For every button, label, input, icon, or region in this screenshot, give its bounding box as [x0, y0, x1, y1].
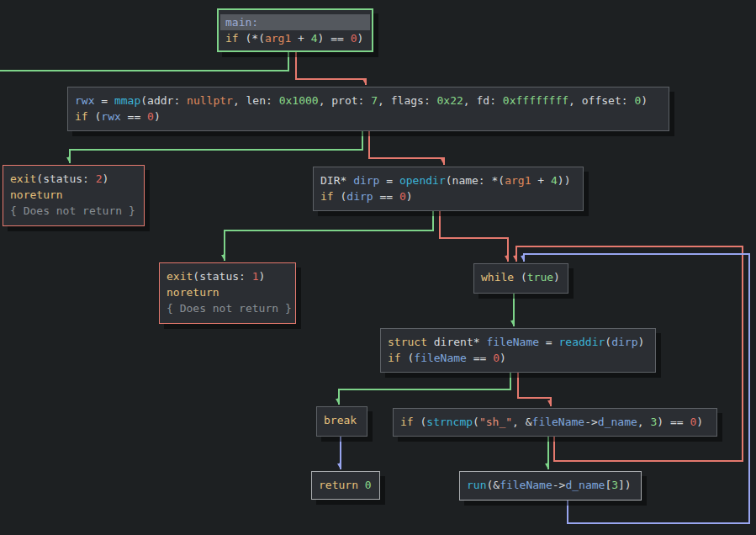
- token-cmt: { Does not return }: [10, 204, 135, 217]
- token-pun: (: [401, 352, 415, 364]
- token-pun: ) ==: [657, 416, 690, 428]
- selected-code-line[interactable]: main:: [220, 14, 370, 30]
- token-pun: ->: [584, 416, 598, 428]
- token-num: 4: [551, 174, 558, 187]
- token-pun: (status:: [36, 172, 95, 185]
- graph-node-strncmp[interactable]: if (strncmp("sh_", &fileName->d_name, 3)…: [393, 408, 717, 437]
- edge-readdir-false-to-strncmp: [518, 373, 551, 406]
- code-line[interactable]: struct dirent* fileName = readdir(dirp): [381, 334, 655, 350]
- code-line[interactable]: while (true): [474, 269, 568, 285]
- token-kw: struct: [388, 336, 427, 348]
- token-num: 4: [311, 32, 318, 45]
- token-var: fileName: [500, 479, 552, 491]
- token-pun: ): [103, 172, 109, 185]
- token-pun: ==: [121, 110, 147, 123]
- token-arg: nullptr: [187, 94, 233, 107]
- edge-opendir-false-to-while: [440, 211, 508, 262]
- token-zero: 0: [493, 352, 500, 364]
- token-zero: 0: [351, 32, 357, 45]
- token-pun: ): [553, 271, 560, 283]
- token-var: rwx: [101, 110, 120, 123]
- token-pun: (: [88, 110, 102, 123]
- graph-view[interactable]: main:if (*(arg1 + 4) == 0)rwx = mmap(add…: [0, 0, 756, 535]
- code-line[interactable]: rwx = mmap(addr: nullptr, len: 0x1000, p…: [68, 93, 669, 109]
- graph-node-exit-status-1[interactable]: exit(status: 1)noreturn{ Does not return…: [159, 262, 296, 324]
- token-kw: while: [481, 271, 514, 283]
- token-zero: 1: [252, 270, 259, 283]
- token-pun: , &: [512, 416, 531, 428]
- code-line[interactable]: return 0: [312, 477, 379, 493]
- token-fn: strncmp: [426, 416, 473, 428]
- token-pun: (addr:: [140, 94, 187, 107]
- token-num: true: [527, 271, 553, 283]
- graph-node-main[interactable]: main:if (*(arg1 + 4) == 0): [217, 8, 373, 52]
- token-kw: noreturn: [167, 286, 219, 299]
- graph-node-break[interactable]: break: [316, 406, 367, 437]
- token-pun: )): [558, 174, 571, 187]
- token-zero: 0: [147, 110, 154, 123]
- token-pun: dirent*: [427, 336, 486, 348]
- token-pun: (: [473, 416, 479, 428]
- token-pun: ): [259, 270, 266, 283]
- token-kw: noreturn: [10, 188, 63, 201]
- token-pun: (&: [486, 479, 500, 491]
- graph-node-opendir[interactable]: DIR* dirp = opendir(name: *(arg1 + 4))if…: [313, 167, 584, 211]
- code-line[interactable]: noreturn: [3, 187, 144, 203]
- token-pun: ==: [467, 352, 493, 364]
- token-num: 0: [365, 479, 372, 491]
- graph-node-run[interactable]: run(&fileName->d_name[3]): [459, 471, 642, 501]
- token-pun: ==: [373, 190, 399, 203]
- code-line[interactable]: noreturn: [160, 284, 295, 300]
- token-var: d_name: [565, 479, 605, 491]
- token-zero: 0: [399, 190, 406, 203]
- token-var: d_name: [598, 416, 637, 428]
- token-pun: (: [605, 336, 611, 348]
- token-var: dirp: [353, 174, 379, 187]
- token-zero: 2: [96, 172, 103, 185]
- token-arg: arg1: [505, 174, 531, 187]
- code-line[interactable]: if (*(arg1 + 4) == 0): [219, 30, 372, 46]
- token-num: 3: [611, 479, 618, 491]
- token-pun: ): [357, 32, 364, 45]
- edge-layer: [0, 0, 756, 535]
- token-pun: (status:: [193, 270, 251, 283]
- token-arg: arg1: [265, 32, 291, 45]
- token-pun: ): [637, 336, 644, 348]
- graph-node-readdir[interactable]: struct dirent* fileName = readdir(dirp)i…: [380, 328, 656, 373]
- graph-node-return-0[interactable]: return 0: [311, 471, 380, 500]
- token-kw: if: [320, 190, 334, 203]
- token-num: 7: [371, 94, 378, 107]
- token-pun: +: [291, 32, 310, 45]
- code-line[interactable]: exit(status: 2): [3, 171, 144, 187]
- code-line[interactable]: if (strncmp("sh_", &fileName->d_name, 3)…: [394, 414, 716, 430]
- edge-main-false-to-mmap: [296, 52, 366, 85]
- token-str: "sh_": [479, 416, 512, 428]
- code-line[interactable]: if (dirp == 0): [314, 188, 583, 204]
- token-var: rwx: [75, 94, 94, 107]
- token-pun: ]): [618, 479, 632, 491]
- code-line[interactable]: run(&fileName->d_name[3]): [460, 477, 641, 493]
- code-line[interactable]: break: [317, 412, 367, 428]
- graph-node-exit-status-2[interactable]: exit(status: 2)noreturn{ Does not return…: [3, 165, 145, 226]
- code-line[interactable]: if (rwx == 0): [68, 109, 669, 124]
- code-line[interactable]: DIR* dirp = opendir(name: *(arg1 + 4)): [314, 172, 583, 188]
- token-num: 0x22: [437, 94, 463, 107]
- token-kw: if: [75, 110, 88, 123]
- token-pun: (: [514, 271, 527, 283]
- token-pun: +: [531, 174, 551, 187]
- graph-node-while-true[interactable]: while (true): [473, 263, 568, 294]
- graph-node-mmap[interactable]: rwx = mmap(addr: nullptr, len: 0x1000, p…: [67, 87, 669, 131]
- token-pun: (: [334, 190, 347, 203]
- token-kw: if: [388, 352, 401, 364]
- code-line[interactable]: { Does not return }: [3, 203, 144, 219]
- token-var: fileName: [532, 416, 585, 428]
- code-line[interactable]: if (fileName == 0): [381, 350, 655, 366]
- edge-opendir-true-to-exit1: [225, 211, 433, 261]
- token-pun: ,: [637, 416, 651, 428]
- code-line[interactable]: exit(status: 1): [160, 268, 295, 284]
- token-var: dirp: [611, 336, 637, 348]
- token-num: 0xffffffff: [503, 94, 568, 107]
- code-line[interactable]: { Does not return }: [160, 300, 295, 316]
- token-pun: , prot:: [319, 94, 372, 107]
- token-var: fileName: [486, 336, 539, 348]
